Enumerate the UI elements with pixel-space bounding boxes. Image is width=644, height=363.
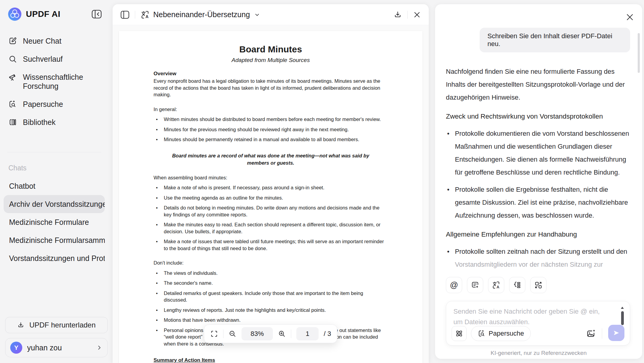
- user-message-bubble: Schreiben Sie den Inhalt dieser PDF-Date…: [480, 28, 630, 52]
- user-account-button[interactable]: Y yuhan zou: [5, 338, 108, 357]
- translate-icon: A: [141, 10, 150, 19]
- chat-history-item-active[interactable]: Archiv der Vorstandssitzungen: [4, 195, 105, 213]
- scrollbar-thumb[interactable]: [621, 311, 624, 325]
- user-name: yuhan zou: [27, 343, 91, 352]
- chat-conversation: Schreiben Sie den Inhalt dieser PDF-Date…: [446, 28, 630, 271]
- close-pdf-icon[interactable]: [413, 11, 421, 19]
- ai-model-button[interactable]: [452, 326, 467, 341]
- doc-title: Board Minutes: [154, 44, 388, 54]
- message-input[interactable]: [453, 306, 609, 328]
- ai-response-bullet: Protokolle sollen die Ergebnisse festhal…: [446, 183, 630, 222]
- updf-logo-icon: [8, 7, 22, 21]
- ai-response-bullet: Protokolle sollten zeitnah nach der Sitz…: [446, 245, 630, 271]
- outline-icon: [513, 281, 521, 289]
- sidebar-nav: Neuer Chat Suchverlauf: [0, 32, 108, 131]
- atom-icon: [455, 329, 464, 338]
- ai-response-intro: Nachfolgend finden Sie eine neu formulie…: [446, 65, 630, 104]
- chat-history-item[interactable]: Medizinische Formularsamml...: [4, 231, 105, 249]
- pdf-content-area[interactable]: Board Minutes Adapted from Multiple Sour…: [113, 26, 429, 363]
- translate-button[interactable]: A: [488, 277, 504, 293]
- sidebar-item-label: Bibliothek: [23, 118, 55, 127]
- pdf-mode-title[interactable]: Nebeneinander-Übersetzung: [153, 10, 250, 19]
- search-icon: [8, 55, 17, 63]
- doc-callout: Board minutes are a record of what was d…: [163, 152, 379, 166]
- pdf-zoom-toolbar: 83% 1 / 3: [204, 324, 337, 343]
- ai-response-bullet: Protokolle dokumentieren die vom Vorstan…: [446, 127, 630, 179]
- doc-bullet: Use the meeting agenda as an outline for…: [154, 194, 388, 201]
- scroll-up-icon[interactable]: [621, 307, 624, 309]
- sidebar-divider: [7, 152, 101, 152]
- avatar: Y: [10, 342, 22, 354]
- papersearch-toggle-button[interactable]: Papersuche: [471, 326, 531, 341]
- doc-bullet: Details do not belong in meeting minutes…: [154, 204, 388, 218]
- app-window: UPDF AI Neuer Chat: [0, 0, 644, 363]
- papersearch-label: Papersuche: [489, 330, 524, 337]
- brand-title: UPDF AI: [26, 9, 60, 19]
- ai-response-section-title: Zweck und Rechtswirkung von Vorstandspro…: [446, 110, 630, 123]
- explain-button[interactable]: [509, 277, 525, 293]
- paper-search-icon: [8, 100, 17, 108]
- image-generate-icon[interactable]: [586, 328, 596, 339]
- toolbar-divider: [291, 330, 291, 338]
- convert-button[interactable]: [530, 277, 546, 293]
- sidebar-item-label: Wissenschaftliche Forschung: [23, 73, 91, 91]
- doc-bullet: Detailed remarks of guest speakers. Incl…: [154, 290, 388, 303]
- sidebar-item-search-history[interactable]: Suchverlauf: [0, 50, 108, 68]
- send-button[interactable]: [608, 325, 624, 341]
- summarize-icon: [471, 281, 479, 289]
- at-icon: @: [450, 281, 458, 290]
- zoom-in-icon[interactable]: [278, 330, 286, 338]
- header-divider: [135, 11, 135, 19]
- pdf-header: A Nebeneinander-Übersetzung: [113, 4, 429, 25]
- input-divider: [602, 328, 602, 339]
- zoom-level-value: 83%: [241, 327, 273, 340]
- sidebar-item-papersearch[interactable]: Papersuche: [0, 95, 108, 113]
- panel-toggle-icon[interactable]: [120, 11, 129, 19]
- close-chat-icon[interactable]: [625, 13, 634, 22]
- paper-search-icon: [478, 330, 486, 337]
- message-input-card: Papersuche: [446, 301, 630, 346]
- sidebar-item-scientific-research[interactable]: Wissenschaftliche Forschung: [0, 68, 99, 95]
- sidebar-item-label: Papersuche: [23, 100, 63, 109]
- doc-paragraph: When assembling board minutes:: [154, 174, 388, 181]
- doc-subtitle: Adapted from Multiple Sources: [154, 57, 388, 64]
- doc-bullet: Minutes should be permanently retained i…: [154, 136, 388, 143]
- sidebar-item-library[interactable]: Bibliothek: [0, 113, 108, 131]
- scrollbar-thumb[interactable]: [638, 33, 640, 73]
- doc-paragraph: Don't include:: [154, 259, 388, 266]
- svg-text:A: A: [145, 14, 148, 19]
- doc-bullet: Make the minutes easy to read. Each sect…: [154, 221, 388, 235]
- doc-paragraph: In general:: [154, 106, 388, 113]
- download-icon: [17, 321, 24, 329]
- new-chat-icon: [8, 37, 17, 45]
- doc-bullet: Lengthy reviews of reports. Just note th…: [154, 307, 388, 314]
- mention-button[interactable]: @: [446, 277, 462, 293]
- download-updf-button[interactable]: UPDF herunterladen: [5, 317, 108, 333]
- ai-disclaimer: KI-generiert, nur zu Referenzzwecken: [435, 350, 642, 356]
- download-pdf-icon[interactable]: [394, 11, 402, 19]
- chat-history-item[interactable]: Vorstandssitzungen und Prot...: [4, 249, 105, 267]
- ai-response-bullet-line-faded: Vorstandsmitgliedern vor der nächsten Si…: [455, 261, 603, 268]
- sidebar-item-new-chat[interactable]: Neuer Chat: [0, 32, 108, 50]
- chats-section-label: Chats: [8, 164, 26, 172]
- fit-page-icon[interactable]: [210, 330, 218, 338]
- toolbar-divider: [223, 330, 223, 338]
- sidebar-item-label: Suchverlauf: [23, 54, 63, 64]
- chat-history-list: Chatbot Archiv der Vorstandssitzungen Me…: [4, 177, 105, 267]
- chat-history-item[interactable]: Chatbot: [4, 177, 105, 195]
- sidebar-collapse-icon[interactable]: [92, 10, 102, 19]
- chevron-down-icon[interactable]: [254, 12, 260, 18]
- doc-bullet: Written minutes should be distributed to…: [154, 116, 388, 123]
- pdf-page: Board Minutes Adapted from Multiple Sour…: [119, 31, 422, 363]
- doc-bullet: Make a note of issues that were tabled u…: [154, 238, 388, 252]
- summarize-button[interactable]: [467, 277, 483, 293]
- page-number-input[interactable]: 1: [296, 327, 319, 340]
- convert-icon: [534, 281, 543, 289]
- svg-text:A: A: [496, 285, 499, 289]
- quick-action-toolbar: @ A: [446, 277, 546, 293]
- ai-response-bullet-line: Protokolle sollten zeitnah nach der Sitz…: [455, 248, 627, 255]
- doc-bullet: The views of individuals.: [154, 270, 388, 277]
- zoom-out-icon[interactable]: [229, 330, 236, 338]
- chat-history-item[interactable]: Medizinische Formulare: [4, 213, 105, 231]
- doc-heading-overview: Overview: [154, 71, 388, 77]
